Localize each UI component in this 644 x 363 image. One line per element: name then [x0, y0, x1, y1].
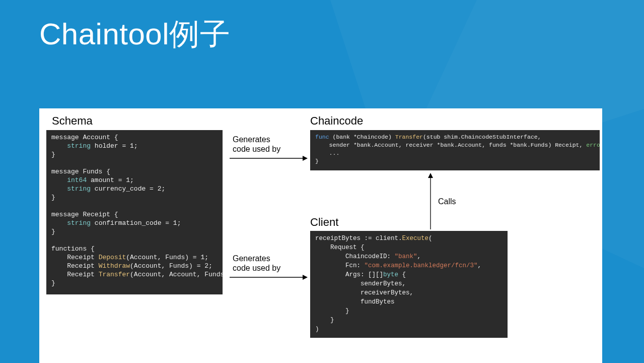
arrow-up-icon — [427, 173, 434, 229]
svg-marker-1 — [303, 156, 308, 161]
slide: Chaintool例子 Schema message Account { str… — [0, 0, 644, 363]
client-code: receiptBytes := client.Execute( Request … — [310, 231, 508, 338]
calls-label: Calls — [438, 197, 456, 206]
svg-marker-3 — [303, 275, 308, 280]
schema-heading: Schema — [52, 114, 93, 128]
arrow-right-icon — [230, 155, 308, 161]
schema-code: message Account { string holder = 1; } m… — [46, 130, 223, 294]
svg-marker-5 — [428, 173, 433, 178]
page-title: Chaintool例子 — [39, 14, 230, 55]
generates-label: Generatescode used by — [233, 254, 280, 273]
chaincode-code: func (bank *Chaincode) Transfer(stub shi… — [310, 130, 600, 170]
client-heading: Client — [310, 216, 338, 229]
generates-label: Generatescode used by — [233, 135, 280, 154]
content-panel: Schema message Account { string holder =… — [39, 108, 602, 363]
arrow-right-icon — [230, 274, 308, 280]
chaincode-heading: Chaincode — [310, 114, 363, 128]
